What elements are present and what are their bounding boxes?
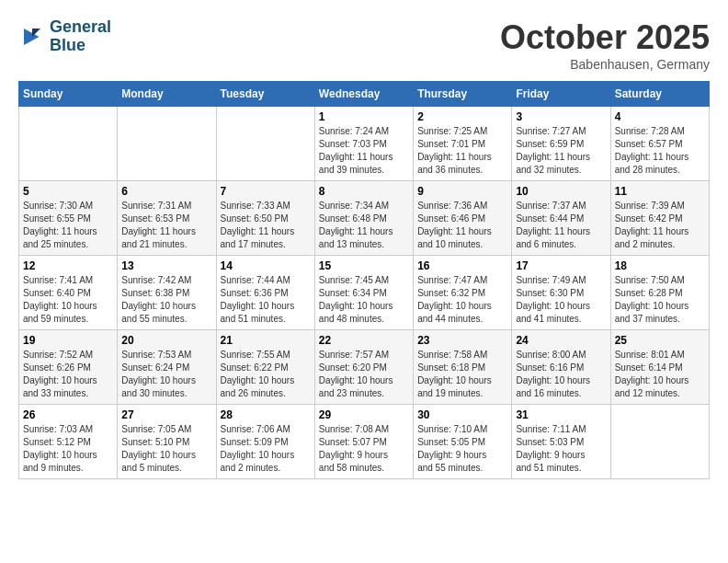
day-number: 15 — [319, 259, 409, 272]
day-info: Sunrise: 7:08 AM Sunset: 5:07 PM Dayligh… — [319, 423, 409, 475]
day-number: 10 — [516, 185, 606, 198]
day-number: 31 — [516, 408, 606, 421]
day-number: 11 — [615, 185, 705, 198]
day-number: 27 — [121, 408, 211, 421]
day-number: 3 — [516, 110, 606, 123]
day-number: 19 — [23, 334, 113, 347]
day-number: 2 — [417, 110, 507, 123]
logo: General Blue — [18, 18, 111, 55]
calendar-cell: 6Sunrise: 7:31 AM Sunset: 6:53 PM Daylig… — [118, 181, 216, 256]
weekday-header: Tuesday — [216, 82, 314, 107]
weekday-header: Monday — [118, 82, 216, 107]
day-number: 22 — [319, 334, 409, 347]
calendar-week-row: 26Sunrise: 7:03 AM Sunset: 5:12 PM Dayli… — [19, 405, 710, 479]
day-info: Sunrise: 7:27 AM Sunset: 6:59 PM Dayligh… — [516, 125, 606, 177]
day-info: Sunrise: 7:37 AM Sunset: 6:44 PM Dayligh… — [516, 200, 606, 251]
calendar-cell — [216, 107, 314, 181]
day-number: 26 — [23, 408, 113, 421]
day-info: Sunrise: 7:49 AM Sunset: 6:30 PM Dayligh… — [516, 274, 606, 326]
calendar-cell: 14Sunrise: 7:44 AM Sunset: 6:36 PM Dayli… — [216, 256, 314, 330]
calendar-cell: 3Sunrise: 7:27 AM Sunset: 6:59 PM Daylig… — [512, 107, 610, 181]
calendar-cell: 29Sunrise: 7:08 AM Sunset: 5:07 PM Dayli… — [314, 405, 413, 479]
calendar-cell: 30Sunrise: 7:10 AM Sunset: 5:05 PM Dayli… — [414, 405, 512, 479]
day-info: Sunrise: 7:53 AM Sunset: 6:24 PM Dayligh… — [121, 349, 211, 400]
calendar-cell: 2Sunrise: 7:25 AM Sunset: 7:01 PM Daylig… — [414, 107, 512, 181]
day-info: Sunrise: 7:06 AM Sunset: 5:09 PM Dayligh… — [221, 423, 311, 475]
month-title: October 2025 — [500, 18, 710, 57]
day-info: Sunrise: 8:01 AM Sunset: 6:14 PM Dayligh… — [615, 349, 705, 400]
calendar-cell: 23Sunrise: 7:58 AM Sunset: 6:18 PM Dayli… — [414, 330, 512, 405]
calendar-cell: 15Sunrise: 7:45 AM Sunset: 6:34 PM Dayli… — [314, 256, 413, 330]
calendar-cell: 31Sunrise: 7:11 AM Sunset: 5:03 PM Dayli… — [512, 405, 610, 479]
title-block: October 2025 Babenhausen, Germany — [500, 18, 710, 72]
day-info: Sunrise: 7:58 AM Sunset: 6:18 PM Dayligh… — [417, 349, 507, 400]
weekday-row: SundayMondayTuesdayWednesdayThursdayFrid… — [19, 82, 710, 107]
day-info: Sunrise: 7:44 AM Sunset: 6:36 PM Dayligh… — [221, 274, 311, 326]
day-number: 30 — [417, 408, 507, 421]
calendar-cell — [19, 107, 118, 181]
calendar-cell — [118, 107, 216, 181]
day-info: Sunrise: 7:42 AM Sunset: 6:38 PM Dayligh… — [121, 274, 211, 326]
day-number: 29 — [319, 408, 409, 421]
day-number: 7 — [221, 185, 311, 198]
calendar-week-row: 1Sunrise: 7:24 AM Sunset: 7:03 PM Daylig… — [19, 107, 710, 181]
logo-icon — [18, 23, 46, 51]
calendar-cell: 10Sunrise: 7:37 AM Sunset: 6:44 PM Dayli… — [512, 181, 610, 256]
calendar-cell: 17Sunrise: 7:49 AM Sunset: 6:30 PM Dayli… — [512, 256, 610, 330]
day-number: 14 — [221, 259, 311, 272]
day-info: Sunrise: 7:10 AM Sunset: 5:05 PM Dayligh… — [417, 423, 507, 475]
day-number: 5 — [23, 185, 113, 198]
day-info: Sunrise: 7:31 AM Sunset: 6:53 PM Dayligh… — [121, 200, 211, 251]
day-info: Sunrise: 7:05 AM Sunset: 5:10 PM Dayligh… — [121, 423, 211, 475]
calendar-cell: 7Sunrise: 7:33 AM Sunset: 6:50 PM Daylig… — [216, 181, 314, 256]
day-info: Sunrise: 7:28 AM Sunset: 6:57 PM Dayligh… — [615, 125, 705, 177]
day-number: 1 — [319, 110, 409, 123]
day-info: Sunrise: 7:33 AM Sunset: 6:50 PM Dayligh… — [221, 200, 311, 251]
calendar-cell: 16Sunrise: 7:47 AM Sunset: 6:32 PM Dayli… — [414, 256, 512, 330]
day-info: Sunrise: 7:34 AM Sunset: 6:48 PM Dayligh… — [319, 200, 409, 251]
calendar-cell: 5Sunrise: 7:30 AM Sunset: 6:55 PM Daylig… — [19, 181, 118, 256]
day-info: Sunrise: 7:25 AM Sunset: 7:01 PM Dayligh… — [417, 125, 507, 177]
calendar-cell: 1Sunrise: 7:24 AM Sunset: 7:03 PM Daylig… — [314, 107, 413, 181]
calendar-cell: 26Sunrise: 7:03 AM Sunset: 5:12 PM Dayli… — [19, 405, 118, 479]
day-info: Sunrise: 7:57 AM Sunset: 6:20 PM Dayligh… — [319, 349, 409, 400]
calendar-week-row: 19Sunrise: 7:52 AM Sunset: 6:26 PM Dayli… — [19, 330, 710, 405]
day-info: Sunrise: 7:52 AM Sunset: 6:26 PM Dayligh… — [23, 349, 113, 400]
calendar-cell: 22Sunrise: 7:57 AM Sunset: 6:20 PM Dayli… — [314, 330, 413, 405]
day-info: Sunrise: 7:11 AM Sunset: 5:03 PM Dayligh… — [516, 423, 606, 475]
weekday-header: Wednesday — [314, 82, 413, 107]
calendar-cell: 24Sunrise: 8:00 AM Sunset: 6:16 PM Dayli… — [512, 330, 610, 405]
day-info: Sunrise: 7:24 AM Sunset: 7:03 PM Dayligh… — [319, 125, 409, 177]
weekday-header: Friday — [512, 82, 610, 107]
calendar-table: SundayMondayTuesdayWednesdayThursdayFrid… — [18, 81, 710, 479]
day-number: 18 — [615, 259, 705, 272]
day-info: Sunrise: 7:55 AM Sunset: 6:22 PM Dayligh… — [221, 349, 311, 400]
day-number: 23 — [417, 334, 507, 347]
weekday-header: Thursday — [414, 82, 512, 107]
day-number: 8 — [319, 185, 409, 198]
day-number: 13 — [121, 259, 211, 272]
calendar-body: 1Sunrise: 7:24 AM Sunset: 7:03 PM Daylig… — [19, 107, 710, 479]
logo-line2: Blue — [50, 37, 111, 55]
calendar-week-row: 12Sunrise: 7:41 AM Sunset: 6:40 PM Dayli… — [19, 256, 710, 330]
calendar-cell: 4Sunrise: 7:28 AM Sunset: 6:57 PM Daylig… — [610, 107, 709, 181]
day-info: Sunrise: 7:39 AM Sunset: 6:42 PM Dayligh… — [615, 200, 705, 251]
calendar-cell: 28Sunrise: 7:06 AM Sunset: 5:09 PM Dayli… — [216, 405, 314, 479]
calendar-cell — [610, 405, 709, 479]
day-number: 20 — [121, 334, 211, 347]
logo-line1: General — [50, 18, 111, 37]
day-number: 16 — [417, 259, 507, 272]
calendar-cell: 8Sunrise: 7:34 AM Sunset: 6:48 PM Daylig… — [314, 181, 413, 256]
day-number: 24 — [516, 334, 606, 347]
calendar-cell: 21Sunrise: 7:55 AM Sunset: 6:22 PM Dayli… — [216, 330, 314, 405]
calendar-cell: 11Sunrise: 7:39 AM Sunset: 6:42 PM Dayli… — [610, 181, 709, 256]
calendar-cell: 18Sunrise: 7:50 AM Sunset: 6:28 PM Dayli… — [610, 256, 709, 330]
weekday-header: Saturday — [610, 82, 709, 107]
day-number: 25 — [615, 334, 705, 347]
calendar-cell: 27Sunrise: 7:05 AM Sunset: 5:10 PM Dayli… — [118, 405, 216, 479]
day-info: Sunrise: 7:30 AM Sunset: 6:55 PM Dayligh… — [23, 200, 113, 251]
calendar-cell: 25Sunrise: 8:01 AM Sunset: 6:14 PM Dayli… — [610, 330, 709, 405]
day-info: Sunrise: 7:45 AM Sunset: 6:34 PM Dayligh… — [319, 274, 409, 326]
day-number: 6 — [121, 185, 211, 198]
calendar-cell: 13Sunrise: 7:42 AM Sunset: 6:38 PM Dayli… — [118, 256, 216, 330]
